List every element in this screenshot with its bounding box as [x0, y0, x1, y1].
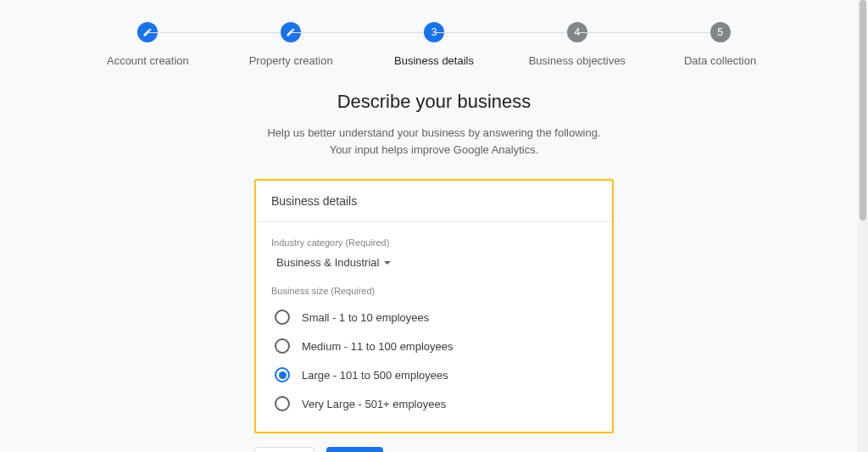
progress-stepper: Account creation Property creation 3 Bus…: [0, 0, 868, 67]
step-property-creation[interactable]: Property creation: [220, 22, 363, 67]
step-data-collection[interactable]: 5 Data collection: [648, 22, 792, 67]
radio-icon: [275, 396, 290, 411]
size-option-text: Small - 1 to 10 employees: [302, 311, 429, 324]
page-subheading: Help us better understand your business …: [0, 125, 868, 159]
size-option-text: Very Large - 501+ employees: [302, 398, 446, 410]
step-label: Business objectives: [529, 54, 626, 67]
radio-icon: [275, 367, 290, 382]
size-option-small[interactable]: Small - 1 to 10 employees: [271, 303, 597, 332]
chevron-down-icon: [384, 261, 391, 265]
scrollbar-thumb[interactable]: [860, 0, 866, 220]
step-business-objectives[interactable]: 4 Business objectives: [505, 22, 648, 67]
step-label: Business details: [394, 54, 474, 67]
size-option-text: Large - 101 to 500 employees: [302, 369, 448, 382]
size-option-text: Medium - 11 to 100 employees: [302, 340, 453, 353]
business-details-card: Business details Industry category (Requ…: [254, 179, 614, 433]
page-heading: Describe your business: [0, 91, 868, 113]
button-row: Back Next: [254, 447, 614, 452]
size-option-medium[interactable]: Medium - 11 to 100 employees: [271, 332, 597, 360]
size-option-very-large[interactable]: Very Large - 501+ employees: [271, 389, 597, 418]
next-button[interactable]: Next: [326, 447, 383, 452]
size-option-large[interactable]: Large - 101 to 500 employees: [271, 360, 597, 389]
industry-value: Business & Industrial: [276, 256, 379, 269]
back-button[interactable]: Back: [254, 447, 314, 452]
card-body: Industry category (Required) Business & …: [256, 222, 612, 432]
step-account-creation[interactable]: Account creation: [76, 22, 220, 67]
step-business-details[interactable]: 3 Business details: [363, 22, 506, 67]
card-title: Business details: [256, 181, 612, 222]
subhead-line: Your input helps improve Google Analytic…: [0, 142, 868, 159]
step-number-icon: 5: [710, 22, 731, 42]
industry-label: Industry category (Required): [271, 237, 597, 248]
page-title: Describe your business: [0, 91, 868, 113]
step-label: Data collection: [684, 54, 756, 67]
step-label: Account creation: [107, 54, 189, 67]
radio-icon: [275, 338, 290, 354]
size-label: Business size (Required): [271, 286, 597, 296]
industry-dropdown[interactable]: Business & Industrial: [276, 256, 391, 269]
radio-icon: [275, 310, 290, 325]
step-label: Property creation: [249, 54, 333, 67]
subhead-line: Help us better understand your business …: [0, 125, 868, 142]
scrollbar-track[interactable]: [858, 0, 868, 452]
